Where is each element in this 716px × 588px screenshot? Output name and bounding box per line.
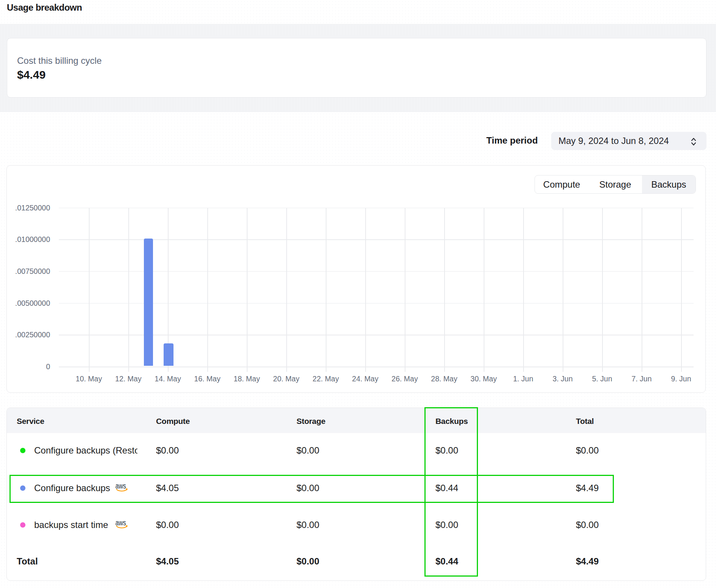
svg-text:aws: aws <box>115 520 126 527</box>
